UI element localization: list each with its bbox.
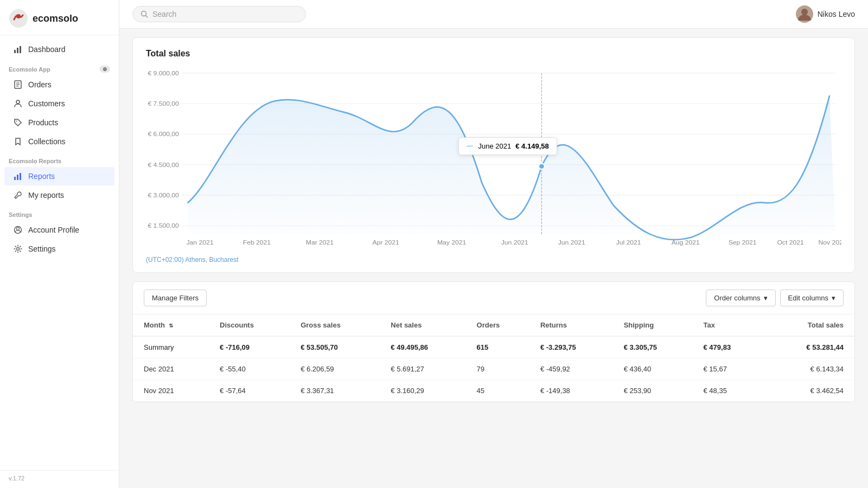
person-circle-icon	[13, 225, 23, 235]
chart-svg: € 9.000,00 € 7.500,00 € 6.000,00 € 4.500…	[146, 67, 841, 252]
col-net-sales: Net sales	[382, 314, 468, 336]
table-cell: € -716,09	[211, 336, 292, 358]
table-cell: € 3.462,54	[765, 380, 854, 402]
table-row: Nov 2021€ -57,64€ 3.367,31€ 3.160,2945€ …	[133, 380, 854, 402]
user-area[interactable]: Nikos Levo	[796, 5, 855, 23]
sidebar-item-customers[interactable]: Customers	[4, 94, 114, 113]
svg-text:Oct 2021: Oct 2021	[777, 239, 804, 246]
col-shipping: Shipping	[615, 314, 695, 336]
svg-rect-13	[20, 173, 21, 180]
table-cell: € 3.160,29	[382, 380, 468, 402]
settings-label: Settings	[28, 245, 56, 253]
svg-point-9	[16, 100, 20, 104]
section-settings-label: Settings	[0, 205, 119, 220]
version-label: v.1.72	[0, 470, 119, 488]
table-cell: Dec 2021	[133, 358, 211, 380]
sidebar-item-dashboard[interactable]: Dashboard	[4, 40, 114, 59]
svg-text:Jul 2021: Jul 2021	[616, 239, 641, 246]
col-month: Month ⇅	[133, 314, 211, 336]
sidebar-item-products[interactable]: Products	[4, 113, 114, 132]
table-cell: 615	[468, 336, 532, 358]
gear-icon	[13, 244, 23, 254]
chevron-down-icon2: ▾	[832, 294, 835, 302]
dashboard-label: Dashboard	[28, 45, 66, 54]
col-gross-sales: Gross sales	[292, 314, 382, 336]
reports-icon	[13, 171, 23, 181]
logo-area: ecomsolo	[0, 0, 119, 35]
order-columns-button[interactable]: Order columns ▾	[706, 290, 775, 306]
table-cell: € 6.143,34	[765, 358, 854, 380]
receipt-icon	[13, 80, 23, 89]
account-profile-label: Account Profile	[28, 226, 79, 234]
table-cell: € 15,67	[695, 358, 765, 380]
reports-label: Reports	[28, 172, 55, 181]
edit-columns-button[interactable]: Edit columns ▾	[780, 290, 844, 306]
app-name: ecomsolo	[33, 13, 78, 24]
toolbar-right: Order columns ▾ Edit columns ▾	[706, 290, 844, 306]
search-box[interactable]: Search	[132, 6, 306, 22]
svg-text:€ 6.000,00: € 6.000,00	[148, 131, 179, 138]
table-body: Summary€ -716,09€ 53.505,70€ 49.495,8661…	[133, 336, 854, 402]
sort-icon: ⇅	[169, 323, 173, 329]
svg-point-34	[539, 163, 545, 169]
sidebar-item-reports[interactable]: Reports	[4, 167, 114, 185]
sidebar-item-my-reports[interactable]: My reports	[4, 186, 114, 204]
table-cell: € 253,90	[615, 380, 695, 402]
table-cell: € 48,35	[695, 380, 765, 402]
manage-filters-button[interactable]: Manage Filters	[144, 290, 207, 306]
section-app-label: Ecomsolo App ⊕	[0, 59, 119, 75]
table-cell: 79	[468, 358, 532, 380]
table-cell: € 6.206,59	[292, 358, 382, 380]
table-cell: € 49.495,86	[382, 336, 468, 358]
tag-icon	[13, 118, 23, 127]
chart-card: Total sales € 9.000,00 € 7.500,00 € 6.00…	[132, 37, 855, 273]
svg-line-18	[146, 16, 148, 18]
col-orders: Orders	[468, 314, 532, 336]
svg-text:Mar 2021: Mar 2021	[306, 239, 334, 246]
table-cell: € 479,83	[695, 336, 765, 358]
svg-point-1	[16, 14, 21, 18]
svg-text:Sep 2021: Sep 2021	[729, 239, 757, 246]
bookmark-icon	[13, 137, 23, 146]
sidebar-item-settings[interactable]: Settings	[4, 240, 114, 258]
table-cell: € -149,38	[532, 380, 615, 402]
svg-rect-4	[20, 46, 21, 53]
sidebar: ecomsolo Dashboard Ecomsolo App ⊕ Orders…	[0, 0, 119, 488]
svg-point-10	[16, 121, 17, 122]
section-badge: ⊕	[99, 66, 110, 73]
table-header-row: Month ⇅ Discounts Gross sales Net sales …	[133, 314, 854, 336]
svg-text:€ 3.000,00: € 3.000,00	[148, 191, 179, 199]
table-cell: Summary	[133, 336, 211, 358]
col-returns: Returns	[532, 314, 615, 336]
svg-text:€ 4.500,00: € 4.500,00	[148, 161, 179, 169]
sales-table: Month ⇅ Discounts Gross sales Net sales …	[133, 314, 854, 402]
user-name: Nikos Levo	[818, 10, 855, 18]
svg-text:Apr 2021: Apr 2021	[372, 239, 399, 246]
col-tax: Tax	[695, 314, 765, 336]
svg-text:€ 9.000,00: € 9.000,00	[148, 69, 179, 77]
svg-rect-11	[14, 177, 16, 180]
table-cell: € 3.305,75	[615, 336, 695, 358]
svg-text:Nov 2021: Nov 2021	[818, 239, 841, 246]
sidebar-item-orders[interactable]: Orders	[4, 75, 114, 94]
svg-point-16	[17, 248, 20, 251]
svg-point-15	[17, 228, 20, 230]
user-avatar	[796, 5, 813, 23]
table-cell: € 53.505,70	[292, 336, 382, 358]
table-row: Summary€ -716,09€ 53.505,70€ 49.495,8661…	[133, 336, 854, 358]
sidebar-item-collections[interactable]: Collections	[4, 132, 114, 151]
chevron-down-icon: ▾	[764, 294, 768, 302]
logo-icon	[9, 9, 28, 28]
products-label: Products	[28, 118, 58, 127]
svg-text:May 2021: May 2021	[437, 239, 467, 246]
table-cell: 45	[468, 380, 532, 402]
table-cell: € -55,40	[211, 358, 292, 380]
col-total-sales: Total sales	[765, 314, 854, 336]
chart-container: € 9.000,00 € 7.500,00 € 6.000,00 € 4.500…	[146, 67, 841, 252]
orders-label: Orders	[28, 80, 52, 89]
content-area: Total sales € 9.000,00 € 7.500,00 € 6.00…	[119, 29, 868, 488]
wrench-icon	[13, 190, 23, 200]
sidebar-item-account-profile[interactable]: Account Profile	[4, 221, 114, 239]
svg-text:€ 1.500,00: € 1.500,00	[148, 222, 179, 230]
bar-chart-icon	[13, 44, 23, 54]
